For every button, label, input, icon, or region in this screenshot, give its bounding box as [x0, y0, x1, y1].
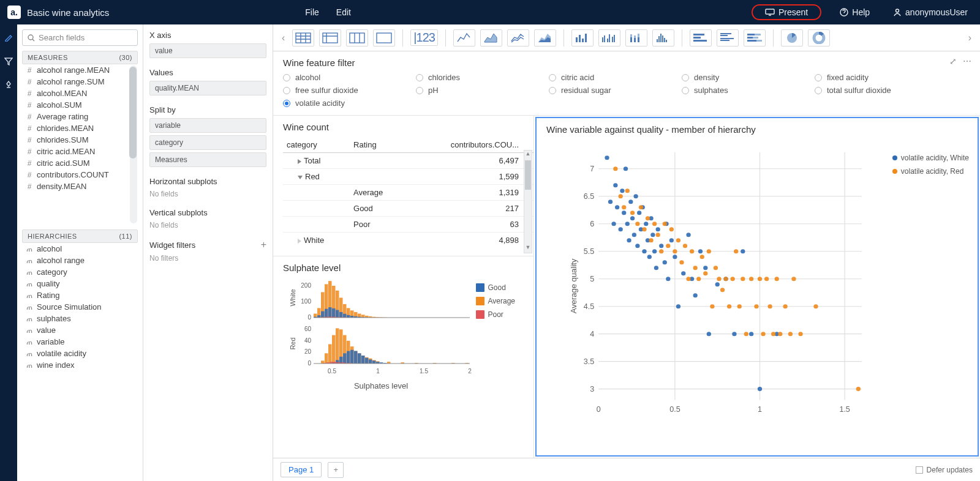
expand-icon[interactable] [298, 239, 301, 244]
legend-item[interactable]: volatile acidity, Red [892, 167, 969, 176]
filter-option[interactable]: pH [416, 86, 549, 95]
measure-item[interactable]: #chlorides.SUM [22, 134, 138, 146]
hierarchy-item[interactable]: ጠquality [22, 278, 138, 289]
edit-icon[interactable] [4, 33, 13, 43]
hierarchy-item[interactable]: ጠalcohol range [22, 255, 138, 266]
legend-item[interactable]: Average [476, 297, 515, 305]
legend-item[interactable]: volatile acidity, White [892, 154, 969, 162]
legend-item[interactable]: Poor [476, 310, 515, 319]
table-icon[interactable] [292, 29, 314, 47]
svg-point-253 [723, 277, 728, 281]
col-contributors[interactable]: contributors.COU... [405, 137, 533, 153]
user-button[interactable]: anonymousUser [888, 5, 973, 20]
table-row[interactable]: Average1,319 [283, 185, 533, 201]
table-row[interactable]: Total6,497 [283, 153, 533, 169]
svg-point-250 [714, 266, 718, 270]
present-button[interactable]: Present [752, 4, 821, 20]
hierarchy-item[interactable]: ጠsulphates [22, 313, 138, 324]
measures-scrollbar[interactable] [130, 65, 137, 223]
svg-text:5: 5 [590, 275, 594, 283]
hbar-icon[interactable] [690, 29, 712, 47]
ribbon-scroll-left-icon[interactable]: ‹ [279, 30, 287, 46]
ribbon-scroll-right-icon[interactable]: › [966, 30, 974, 46]
stacked-area-icon[interactable] [534, 29, 556, 47]
fullscreen-icon[interactable]: ⤢ [949, 56, 957, 66]
filter-option[interactable]: volatile acidity [283, 99, 416, 108]
defer-updates[interactable]: Defer updates [916, 466, 973, 474]
measure-item[interactable]: #citric acid.SUM [22, 157, 138, 169]
line-chart-icon[interactable] [453, 29, 475, 47]
hierarchies-header[interactable]: HIERARCHIES (11) [22, 229, 138, 243]
xaxis-chip[interactable]: value [149, 43, 266, 58]
table-row[interactable]: White4,898 [283, 233, 533, 248]
values-chip[interactable]: quality.MEAN [149, 81, 266, 95]
filter-option[interactable]: chlorides [416, 73, 549, 82]
measure-item[interactable]: #citric acid.MEAN [22, 146, 138, 157]
filter-option[interactable]: fixed acidity [815, 73, 948, 82]
table-row[interactable]: Good217 [283, 201, 533, 217]
measure-item[interactable]: #chlorides.MEAN [22, 122, 138, 134]
hierarchy-item[interactable]: ጠSource Simulation [22, 301, 138, 313]
filter-option[interactable]: density [682, 73, 815, 82]
measure-item[interactable]: #alcohol.MEAN [22, 88, 138, 99]
blank-table-icon[interactable] [373, 29, 395, 47]
hierarchy-item[interactable]: ጠalcohol [22, 243, 138, 255]
hash-icon: # [26, 89, 33, 98]
pie-chart-icon[interactable] [781, 29, 803, 47]
table-row[interactable]: Red1,599 [283, 169, 533, 185]
measures-header[interactable]: MEASURES (30) [22, 51, 138, 64]
measure-item[interactable]: #density.MEAN [22, 181, 138, 192]
hierarchy-item[interactable]: ጠvalue [22, 324, 138, 336]
donut-chart-icon[interactable] [808, 29, 830, 47]
filter-option[interactable]: total sulfur dioxide [815, 86, 948, 95]
hierarchy-item[interactable]: ጠcategory [22, 266, 138, 278]
filter-option[interactable]: alcohol [283, 73, 416, 82]
column-chart-icon[interactable] [571, 29, 594, 47]
measure-item[interactable]: #contributors.COUNT [22, 169, 138, 181]
expand-icon[interactable] [298, 176, 303, 179]
defer-checkbox[interactable] [916, 466, 923, 474]
page-tab[interactable]: Page 1 [281, 462, 322, 477]
hierarchy-item[interactable]: ጠRating [22, 289, 138, 301]
measure-item[interactable]: #alcohol.SUM [22, 99, 138, 111]
col-category[interactable]: category [283, 137, 350, 153]
grouped-column-icon[interactable] [598, 29, 620, 47]
help-button[interactable]: Help [835, 5, 875, 20]
hierarchy-item[interactable]: ጠvariable [22, 336, 138, 348]
table-row[interactable]: Poor63 [283, 217, 533, 233]
menu-edit[interactable]: Edit [336, 7, 351, 17]
hierarchy-item[interactable]: ጠwine index [22, 359, 138, 371]
histogram-icon[interactable] [652, 29, 674, 47]
svg-point-224 [622, 205, 626, 209]
style-icon[interactable] [4, 81, 13, 91]
filter-option[interactable]: citric acid [549, 73, 682, 82]
measure-item[interactable]: #Average rating [22, 111, 138, 122]
splitby-chip-2[interactable]: Measures [149, 152, 266, 167]
legend-item[interactable]: Good [476, 283, 515, 292]
splitby-chip-1[interactable]: category [149, 135, 266, 150]
search-input[interactable]: Search fields [22, 29, 138, 46]
menu-file[interactable]: File [305, 7, 319, 17]
table-scrollbar[interactable]: ▲▼ [524, 150, 532, 253]
filter-option[interactable]: residual sugar [549, 86, 682, 95]
area-chart-icon[interactable] [480, 29, 502, 47]
filter-option[interactable]: sulphates [682, 86, 815, 95]
filter-option[interactable]: free sulfur dioxide [283, 86, 416, 95]
add-page-button[interactable]: + [328, 462, 344, 478]
kpi-icon[interactable]: |123 [410, 29, 438, 46]
matrix-icon[interactable] [346, 29, 368, 47]
measure-item[interactable]: #alcohol range.MEAN [22, 64, 138, 76]
filter-icon[interactable] [4, 57, 13, 67]
col-rating[interactable]: Rating [350, 137, 405, 153]
measure-item[interactable]: #alcohol range.SUM [22, 76, 138, 88]
more-icon[interactable]: ⋯ [963, 56, 971, 66]
expand-icon[interactable] [298, 159, 301, 164]
multi-line-icon[interactable] [507, 29, 529, 47]
hierarchy-item[interactable]: ጠvolatile acidity [22, 348, 138, 359]
add-filter-icon[interactable]: + [261, 239, 266, 250]
hbar-grouped-icon[interactable] [717, 29, 739, 47]
splitby-chip-0[interactable]: variable [149, 118, 266, 133]
hbar-stacked-icon[interactable] [744, 29, 766, 47]
stacked-column-icon[interactable] [625, 29, 647, 47]
pivot-table-icon[interactable] [319, 29, 341, 47]
